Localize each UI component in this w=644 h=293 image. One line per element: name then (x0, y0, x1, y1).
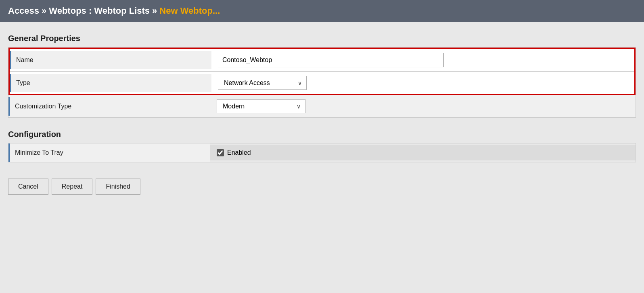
cancel-button[interactable]: Cancel (8, 179, 48, 195)
type-label: Type (10, 74, 211, 92)
minimize-to-tray-label: Minimize To Tray (8, 143, 210, 162)
button-row: Cancel Repeat Finished (8, 175, 636, 199)
customization-type-select[interactable]: Modern Standard (217, 99, 305, 113)
configuration-section: Configuration Minimize To Tray Enabled (8, 130, 636, 162)
customization-type-value-cell: Modern Standard (210, 95, 636, 117)
configuration-title: Configuration (8, 130, 636, 139)
customization-type-select-wrapper: Modern Standard (217, 99, 305, 113)
breadcrumb-access[interactable]: Access (8, 6, 39, 16)
main-content: General Properties Name Type Network Acc… (0, 22, 644, 207)
name-value-cell (211, 49, 634, 71)
name-row: Name (10, 49, 634, 72)
type-select[interactable]: Network Access Full Portal Access (218, 76, 307, 90)
general-properties-form: Name Type Network Access Full Portal Acc… (8, 47, 636, 118)
type-select-wrapper: Network Access Full Portal Access (218, 76, 307, 90)
breadcrumb-webtops[interactable]: Webtops : Webtop Lists (49, 6, 150, 16)
minimize-to-tray-enabled-label: Enabled (227, 149, 251, 156)
customization-type-row: Customization Type Modern Standard (8, 95, 636, 117)
finished-button[interactable]: Finished (96, 179, 140, 195)
name-label: Name (10, 51, 211, 69)
name-input[interactable] (218, 53, 444, 67)
minimize-to-tray-value-cell: Enabled (210, 145, 636, 160)
general-properties-title: General Properties (8, 34, 636, 43)
highlighted-section: Name Type Network Access Full Portal Acc… (8, 48, 636, 95)
breadcrumb-sep1: » (42, 6, 46, 16)
header: Access » Webtops : Webtop Lists » New We… (0, 0, 644, 22)
customization-type-label: Customization Type (8, 97, 210, 116)
breadcrumb-sep2: » (152, 6, 157, 16)
type-row: Type Network Access Full Portal Access (10, 72, 634, 94)
minimize-to-tray-row: Minimize To Tray Enabled (8, 143, 636, 162)
minimize-to-tray-checkbox[interactable] (217, 149, 224, 156)
breadcrumb-new-webtop[interactable]: New Webtop... (159, 6, 220, 16)
repeat-button[interactable]: Repeat (52, 179, 93, 195)
type-value-cell: Network Access Full Portal Access (211, 72, 634, 94)
